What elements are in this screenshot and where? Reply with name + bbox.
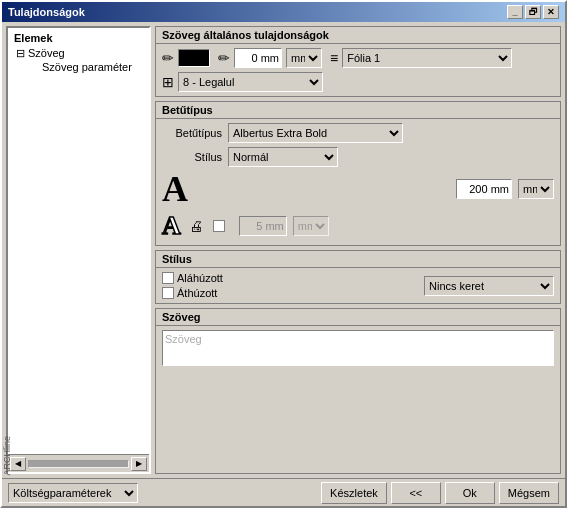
style-content: Aláhúzott Áthúzott Nincs keret xyxy=(156,268,560,303)
title-bar: Tulajdonságok _ 🗗 ✕ xyxy=(2,2,565,22)
text-section: Szöveg Szöveg xyxy=(155,308,561,474)
tree-item-label-szoveg-param: Szöveg paraméter xyxy=(42,61,132,73)
main-window: Tulajdonságok _ 🗗 ✕ Elemek ⊟ Szöveg Szöv… xyxy=(0,0,567,508)
general-section-header: Szöveg általános tulajdonságok xyxy=(156,27,560,44)
printer-icon: 🖨 xyxy=(189,218,203,234)
outline-checkbox[interactable] xyxy=(213,220,225,232)
font-size-input[interactable] xyxy=(456,179,512,199)
scroll-track[interactable] xyxy=(28,460,129,468)
horizontal-scrollbar[interactable]: ◀ ▶ xyxy=(8,454,149,472)
tree-view: Elemek ⊟ Szöveg Szöveg paraméter xyxy=(8,28,149,454)
text-section-header: Szöveg xyxy=(156,309,560,326)
tree-item-szoveg-param[interactable]: Szöveg paraméter xyxy=(38,60,147,74)
minimize-button[interactable]: _ xyxy=(507,5,523,19)
archline-label: ARCHline xyxy=(2,436,12,476)
font-content: Betűtípus Albertus Extra Bold Stílus Nor… xyxy=(156,119,560,245)
font-label: Betűtípus xyxy=(162,127,222,139)
scroll-left-btn[interactable]: ◀ xyxy=(10,457,26,471)
window-title: Tulajdonságok xyxy=(8,6,85,18)
font-outline-a: A xyxy=(162,211,181,241)
style-select[interactable]: Normál xyxy=(228,147,338,167)
unit-select[interactable]: mm xyxy=(286,48,322,68)
bottom-bar: Költségparaméterek Készletek << Ok Mégse… xyxy=(2,478,565,506)
layer-icon: ≡ xyxy=(330,50,338,66)
layer-select[interactable]: Fólia 1 xyxy=(342,48,512,68)
prev-button[interactable]: << xyxy=(391,482,441,504)
general-section: Szöveg általános tulajdonságok ✏ ✏ mm xyxy=(155,26,561,97)
text-area-content: Szöveg xyxy=(156,326,560,370)
pen-icon: ✏ xyxy=(162,50,174,66)
cancel-button[interactable]: Mégsem xyxy=(499,482,559,504)
style-label: Stílus xyxy=(162,151,222,163)
font-section: Betűtípus Betűtípus Albertus Extra Bold … xyxy=(155,101,561,246)
tree-item-label-szoveg: Szöveg xyxy=(28,47,65,59)
ok-button[interactable]: Ok xyxy=(445,482,495,504)
border-select[interactable]: Nincs keret xyxy=(424,276,554,296)
font-preview-a: A xyxy=(162,171,188,207)
window-body: Elemek ⊟ Szöveg Szöveg paraméter ◀ ▶ xyxy=(2,22,565,478)
scroll-right-btn[interactable]: ▶ xyxy=(131,457,147,471)
style-row: Aláhúzott Áthúzott Nincs keret xyxy=(162,272,554,299)
font-style-row: Stílus Normál xyxy=(162,147,554,167)
restore-button[interactable]: 🗗 xyxy=(525,5,541,19)
title-bar-buttons: _ 🗗 ✕ xyxy=(507,5,559,19)
align-icon: ⊞ xyxy=(162,74,174,90)
bottom-right: Készletek << Ok Mégsem xyxy=(321,482,559,504)
details-button[interactable]: Készletek xyxy=(321,482,387,504)
text-input[interactable]: Szöveg xyxy=(162,330,554,366)
text-placeholder: Szöveg xyxy=(165,333,202,345)
left-panel: Elemek ⊟ Szöveg Szöveg paraméter ◀ ▶ xyxy=(6,26,151,474)
style-section-header: Stílus xyxy=(156,251,560,268)
line-style-icon: ✏ xyxy=(218,50,230,66)
font-outline-row: A 🖨 mm xyxy=(162,211,554,241)
bottom-left: Költségparaméterek xyxy=(8,483,138,503)
strikethrough-checkbox[interactable] xyxy=(162,287,174,299)
general-row-1: ✏ ✏ mm ≡ Fólia 1 xyxy=(162,48,554,68)
font-section-header: Betűtípus xyxy=(156,102,560,119)
font-size-unit[interactable]: mm xyxy=(518,179,554,199)
line-width-input[interactable] xyxy=(234,48,282,68)
underline-label[interactable]: Aláhúzott xyxy=(162,272,223,284)
right-panel: Szöveg általános tulajdonságok ✏ ✏ mm xyxy=(155,26,561,474)
general-content: ✏ ✏ mm ≡ Fólia 1 xyxy=(156,44,560,96)
bottom-dropdown[interactable]: Költségparaméterek xyxy=(8,483,138,503)
align-select[interactable]: 8 - Legalul xyxy=(178,72,323,92)
close-button[interactable]: ✕ xyxy=(543,5,559,19)
font-name-row: Betűtípus Albertus Extra Bold xyxy=(162,123,554,143)
strikethrough-label[interactable]: Áthúzott xyxy=(162,287,223,299)
style-section: Stílus Aláhúzott Áthúzott xyxy=(155,250,561,304)
tree-item-szoveg[interactable]: ⊟ Szöveg xyxy=(10,46,147,60)
tree-root-label: Elemek xyxy=(10,30,147,46)
font-select[interactable]: Albertus Extra Bold xyxy=(228,123,403,143)
underline-checkbox[interactable] xyxy=(162,272,174,284)
color-picker[interactable] xyxy=(178,49,210,67)
outline-unit-select[interactable]: mm xyxy=(293,216,329,236)
general-row-2: ⊞ 8 - Legalul xyxy=(162,72,554,92)
font-size-row: A mm xyxy=(162,171,554,207)
tree-expand-icon: ⊟ xyxy=(14,47,26,59)
outline-size-input[interactable] xyxy=(239,216,287,236)
